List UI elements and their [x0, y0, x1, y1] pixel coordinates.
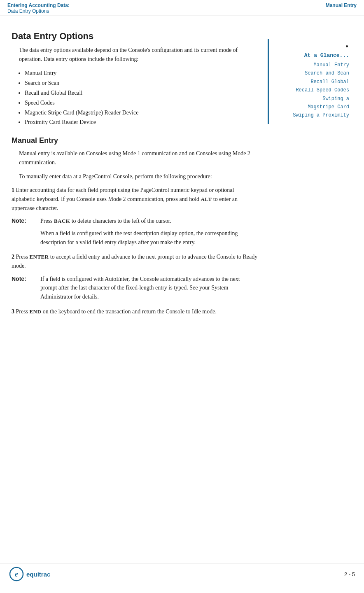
bullet-list: Manual Entry Search or Scan Recall and G…	[25, 68, 258, 127]
note1-text1: Press BACK to delete characters to the l…	[40, 217, 258, 226]
note2-text: If a field is configured with AutoEnter,…	[40, 275, 258, 301]
section1-title: Data Entry Options	[12, 31, 258, 42]
main-layout: Data Entry Options The data entry option…	[0, 16, 364, 327]
list-item: Recall and Global Recall	[25, 88, 258, 98]
list-item: Manual Entry	[25, 68, 258, 78]
note1-text2: When a field is configured with the text…	[40, 229, 258, 247]
sidebar-link-recall-global[interactable]: Recall Global	[273, 78, 349, 86]
footer-page-number: 2 - 5	[344, 571, 355, 577]
note1-label: Note:	[12, 217, 40, 247]
sidebar-at-a-glance: At a Glance...	[273, 52, 349, 58]
sidebar-link-search-scan[interactable]: Search and Scan	[273, 69, 349, 77]
note2-label: Note:	[12, 275, 40, 301]
content-area: Data Entry Options The data entry option…	[0, 23, 268, 327]
header-left: Entering Accounting Data: Data Entry Opt…	[7, 2, 70, 14]
note2-block: Note: If a field is configured with Auto…	[12, 275, 258, 301]
page-footer: e equitrac 2 - 5	[0, 563, 364, 581]
sidebar: • At a Glance... Manual Entry Search and…	[268, 39, 354, 124]
header-right: Manual Entry	[326, 2, 357, 8]
manual-entry-para2: To manually enter data at a PageControl …	[19, 172, 258, 181]
svg-text:e: e	[15, 570, 18, 578]
sidebar-link-magstripe[interactable]: Magstripe Card	[273, 103, 349, 111]
section2-title: Manual Entry	[12, 136, 258, 145]
header-section: Data Entry Options	[7, 8, 70, 14]
step3-text: Press END on the keyboard to end the tra…	[16, 308, 217, 315]
note2-text-content: If a field is configured with AutoEnter,…	[40, 275, 258, 301]
section1-intro: The data entry options available depend …	[19, 46, 258, 63]
sidebar-bullet: •	[273, 43, 349, 51]
list-item: Magnetic Stripe Card (Magstripe) Reader …	[25, 108, 258, 118]
footer-logo-text: equitrac	[26, 571, 50, 578]
list-item: Speed Codes	[25, 98, 258, 108]
step2-text: Press ENTER to accept a field entry and …	[12, 254, 257, 269]
step2: 2 Press ENTER to accept a field entry an…	[12, 252, 258, 270]
equitrac-logo-icon: e	[9, 567, 24, 581]
list-item: Search or Scan	[25, 78, 258, 88]
page-header: Entering Accounting Data: Data Entry Opt…	[0, 0, 364, 16]
step1-text: Enter accounting data for each field pro…	[12, 187, 238, 211]
step2-num: 2	[12, 254, 14, 260]
step3: 3 Press END on the keyboard to end the t…	[12, 307, 258, 316]
step1: 1 Enter accounting data for each field p…	[12, 186, 258, 212]
list-item: Proximity Card Reader Device	[25, 117, 258, 127]
note1-block: Note: Press BACK to delete characters to…	[12, 217, 258, 247]
step3-num: 3	[12, 308, 14, 315]
sidebar-link-proximity[interactable]: Swiping a Proximity	[273, 111, 349, 119]
sidebar-link-swiping-a[interactable]: Swiping a	[273, 95, 349, 103]
step1-num: 1	[12, 187, 14, 193]
sidebar-link-manual-entry[interactable]: Manual Entry	[273, 61, 349, 69]
footer-logo: e equitrac	[9, 567, 50, 581]
sidebar-link-recall-speed[interactable]: Recall Speed Codes	[273, 86, 349, 94]
manual-entry-para1: Manual entry is available on Consoles us…	[19, 149, 258, 167]
note1-text: Press BACK to delete characters to the l…	[40, 217, 258, 247]
header-chapter: Entering Accounting Data:	[7, 2, 70, 8]
